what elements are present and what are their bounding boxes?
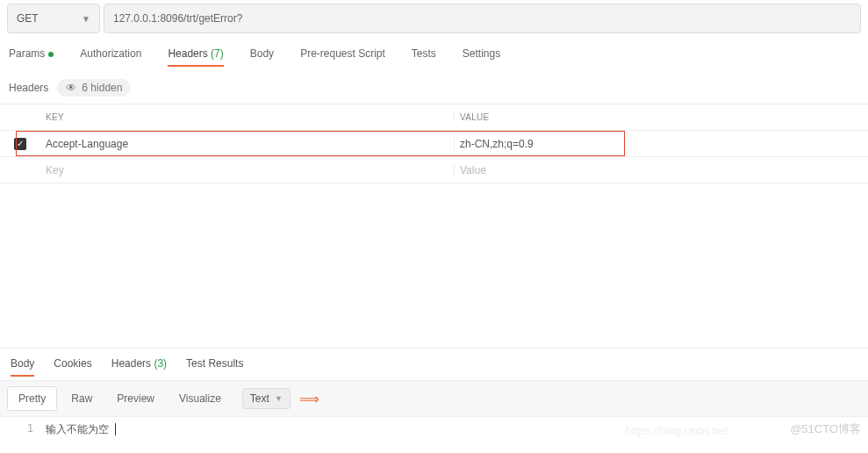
hidden-headers-toggle[interactable]: 👁 6 hidden — [57, 79, 131, 97]
wrap-lines-icon[interactable]: ⟹ — [299, 391, 319, 407]
view-preview[interactable]: Preview — [106, 387, 165, 410]
response-toolbar: Pretty Raw Preview Visualize Text ▼ ⟹ — [0, 380, 868, 417]
header-value-placeholder[interactable]: Value — [455, 164, 868, 176]
header-key-input[interactable]: Accept-Language — [40, 138, 455, 150]
line-number: 1 — [0, 422, 46, 437]
table-header: Key Value — [0, 104, 868, 131]
col-key: Key — [40, 112, 455, 122]
chevron-down-icon: ▼ — [82, 14, 90, 24]
content-type-select[interactable]: Text ▼ — [242, 388, 291, 409]
tab-params[interactable]: Params — [9, 47, 54, 67]
table-row[interactable]: ✓ Accept-Language zh-CN,zh;q=0.9 — [0, 131, 868, 157]
view-raw[interactable]: Raw — [61, 387, 103, 410]
resp-tab-tests[interactable]: Test Results — [186, 357, 243, 377]
table-row-empty[interactable]: Key Value — [0, 157, 868, 183]
chevron-down-icon: ▼ — [275, 394, 283, 403]
tab-headers[interactable]: Headers (7) — [168, 47, 223, 67]
view-pretty[interactable]: Pretty — [7, 386, 57, 411]
header-key-placeholder[interactable]: Key — [40, 164, 455, 176]
response-body-text[interactable]: 输入不能为空 — [46, 422, 116, 437]
tab-settings[interactable]: Settings — [463, 47, 500, 67]
tab-authorization[interactable]: Authorization — [80, 47, 141, 67]
tab-body[interactable]: Body — [250, 47, 274, 67]
tab-prerequest[interactable]: Pre-request Script — [300, 47, 385, 67]
http-method-select[interactable]: GET ▼ — [7, 4, 100, 33]
response-panel: Body Cookies Headers (3) Test Results Pr… — [0, 348, 868, 453]
row-checkbox[interactable]: ✓ — [14, 138, 26, 150]
dot-icon — [48, 52, 54, 57]
view-visualize[interactable]: Visualize — [169, 387, 232, 410]
resp-tab-cookies[interactable]: Cookies — [54, 357, 91, 377]
request-tabs: Params Authorization Headers (7) Body Pr… — [0, 33, 868, 70]
tab-tests[interactable]: Tests — [412, 47, 436, 67]
col-value: Value — [455, 112, 868, 122]
url-input[interactable]: 127.0.0.1:8096/trt/getError? — [104, 4, 861, 33]
http-method-label: GET — [17, 12, 39, 25]
text-cursor — [109, 423, 116, 435]
resp-tab-headers[interactable]: Headers (3) — [111, 357, 167, 377]
resp-tab-body[interactable]: Body — [11, 357, 34, 377]
headers-title: Headers — [9, 82, 48, 94]
eye-icon: 👁 — [66, 82, 76, 94]
header-value-input[interactable]: zh-CN,zh;q=0.9 — [455, 138, 868, 150]
url-value: 127.0.0.1:8096/trt/getError? — [113, 12, 242, 25]
headers-table: Key Value ✓ Accept-Language zh-CN,zh;q=0… — [0, 104, 868, 183]
